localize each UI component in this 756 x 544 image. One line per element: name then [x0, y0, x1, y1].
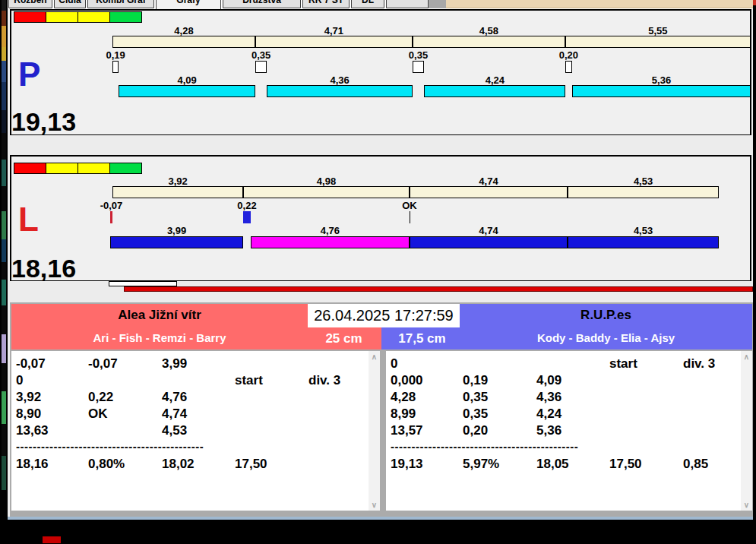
scroll-up-icon[interactable]: ∧: [741, 353, 752, 361]
table-cell: start: [235, 372, 263, 389]
table-row: 13,634,53: [11, 422, 380, 439]
desktop-color-segment: [2, 456, 6, 490]
table-row: 0startdiv. 3: [386, 356, 752, 372]
desktop-color-segment: [2, 61, 6, 82]
table-cell: 0,000: [391, 372, 423, 389]
table-cell: 4,74: [162, 406, 187, 422]
team-right-name: R.U.P.es: [460, 308, 752, 323]
table-row: 0startdiv. 3: [11, 372, 380, 389]
leg-bar-segment: [424, 85, 565, 97]
leg-bar-segment: [410, 236, 568, 248]
transition-marker: [565, 61, 572, 73]
leg-time-label: 4,76: [299, 225, 360, 236]
table-cell: 13,63: [16, 422, 49, 439]
transition-marker: [255, 61, 267, 73]
tab-kombi-graf[interactable]: Kombi Graf: [87, 0, 154, 8]
team-left-name: Alea Jižní vítr: [11, 308, 308, 323]
leg-time-label: 5,36: [631, 74, 691, 86]
table-cell: div. 3: [683, 356, 715, 372]
split-time-label: 4,74: [458, 176, 519, 187]
totals-cell: 18,02: [162, 456, 195, 473]
table-cell: 0,22: [88, 389, 113, 406]
tab-empty[interactable]: [386, 0, 429, 8]
leg-time-label: 4,53: [613, 225, 674, 236]
scroll-up-icon[interactable]: ∧: [369, 353, 380, 361]
split-bar-tick: [409, 186, 410, 198]
totals-cell: 18,05: [536, 456, 569, 473]
totals-cell: 18,16: [16, 456, 49, 473]
taskbar: [0, 520, 756, 544]
legend-box: [46, 163, 78, 174]
split-time-label: 5,55: [628, 25, 688, 36]
split-time-label: 4,53: [613, 176, 674, 187]
totals-row: 18,160,80%18,0217,50: [11, 456, 380, 473]
split-bar-tick: [242, 186, 244, 198]
leg-time-label: 3,99: [147, 225, 207, 236]
desktop-color-segment: [2, 110, 6, 133]
desktop-color-segment: [2, 424, 6, 456]
desktop-color-segment: [2, 133, 6, 160]
tab-cidla[interactable]: Cidla: [54, 0, 86, 8]
table-cell: 0,20: [463, 422, 488, 439]
legend-box: [46, 11, 78, 23]
screen: RozběhCidlaKombi GrafGrafyDružstvaRR 7 S…: [0, 0, 756, 544]
tab-rr-7-st[interactable]: RR 7 ST: [302, 0, 350, 8]
scroll-down-icon[interactable]: ∨: [741, 501, 752, 509]
tab-rozb-h[interactable]: Rozběh: [8, 0, 52, 8]
legend-box: [77, 11, 110, 23]
lane-letter: L: [18, 203, 39, 236]
progress-bar-white: [109, 281, 177, 286]
transition-marker: [243, 211, 251, 223]
legend-box: [77, 163, 110, 174]
desktop-edge-strip: [0, 0, 8, 544]
tab-dru-stva[interactable]: Družstva: [223, 0, 301, 8]
split-time-label: 3,92: [147, 176, 208, 187]
table-cell: 0: [391, 356, 397, 372]
desktop-color-segment: [2, 305, 6, 334]
transition-label: -0,07: [81, 200, 141, 211]
table-row: 4,280,354,36: [386, 389, 752, 406]
scrollbar[interactable]: ∧∨: [369, 351, 380, 511]
transition-marker-line: [410, 211, 410, 223]
table-row: 0,0000,194,09: [386, 372, 752, 389]
transition-marker: [110, 211, 112, 223]
split-time-label: 4,58: [458, 25, 519, 36]
table-cell: 4,24: [536, 406, 561, 422]
split-bar: [112, 36, 751, 48]
desktop-color-segment: [2, 47, 6, 61]
team-left-members: Ari - Fish - Remzi - Barry: [11, 331, 308, 344]
team-right-members: Kody - Baddy - Elia - Ajsy: [460, 331, 752, 344]
totals-cell: 17,50: [609, 456, 642, 473]
table-cell: 13,57: [391, 422, 423, 439]
table-cell: 4,28: [391, 389, 416, 406]
scroll-down-icon[interactable]: ∨: [369, 501, 380, 509]
desktop-color-segment: [2, 186, 6, 211]
transition-label: 0,22: [217, 200, 277, 211]
desktop-color-segment: [2, 280, 6, 305]
desktop-color-segment: [2, 334, 6, 363]
totals-cell: 0,85: [683, 456, 708, 473]
table-cell: 8,90: [16, 406, 41, 422]
scrollbar[interactable]: ∧∨: [741, 351, 752, 511]
table-cell: div. 3: [308, 372, 340, 389]
table-cell: -0,07: [88, 356, 118, 372]
leg-bar-segment: [119, 85, 255, 97]
split-bar-tick: [412, 36, 413, 48]
table-cell: 4,53: [162, 422, 187, 439]
titlebar-tan-strip: [446, 0, 753, 8]
table-cell: 0,35: [463, 389, 488, 406]
table-cell: start: [609, 356, 637, 372]
table-cell: 0,19: [463, 372, 488, 389]
table-cell: 4,76: [162, 389, 187, 406]
totals-row: 19,135,97%18,0517,500,85: [386, 456, 752, 473]
legend-box: [14, 163, 46, 174]
tab-bar: RozběhCidlaKombi GrafGrafyDružstvaRR 7 S…: [8, 0, 753, 9]
legend-box: [109, 11, 142, 23]
datetime-display: 26.04.2025 17:27:59: [308, 304, 460, 327]
leg-time-label: 4,09: [157, 74, 217, 86]
leg-time-label: 4,24: [464, 74, 525, 86]
tab-grafy[interactable]: Grafy: [156, 0, 221, 9]
table-cell: 0,35: [463, 406, 488, 422]
tab-dl[interactable]: DL: [351, 0, 384, 8]
table-row: 8,990,354,24: [386, 406, 752, 422]
